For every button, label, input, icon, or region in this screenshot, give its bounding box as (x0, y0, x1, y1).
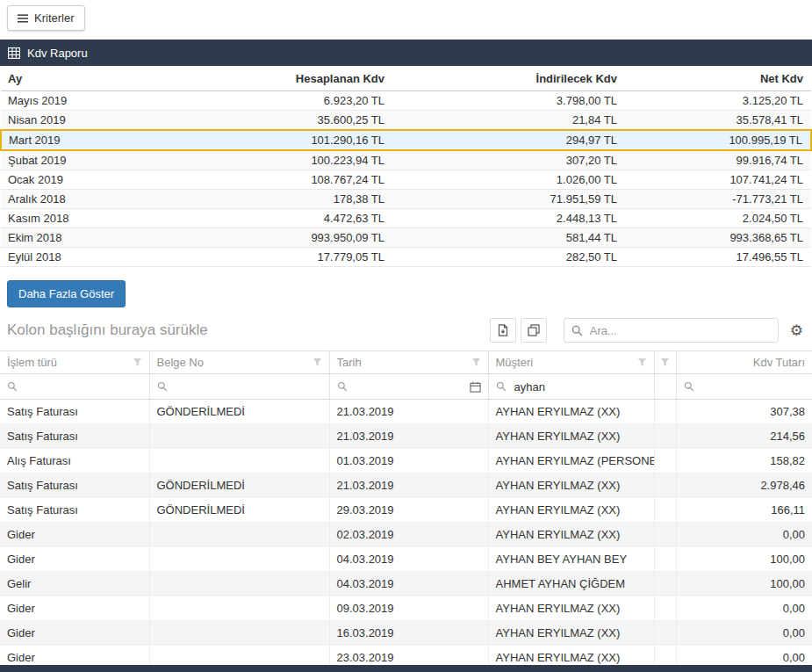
filter-input-kdv-tutari[interactable] (701, 379, 806, 394)
filter-funnel-icon[interactable] (471, 358, 481, 367)
report-cell-hesaplanan: 993.950,09 TL (203, 228, 392, 248)
report-cell-ay: Kasım 2018 (1, 209, 203, 228)
grid-row[interactable]: Gider 02.03.2019 AYHAN ERYILMAZ (XX) 0,0… (0, 523, 812, 547)
grid-toolbar-right: ⚙ (490, 318, 805, 343)
search-input[interactable] (588, 323, 771, 338)
report-cell-hesaplanan: 6.923,20 TL (203, 91, 392, 111)
filter-funnel-icon[interactable] (660, 358, 670, 367)
grid-row[interactable]: Gider 04.03.2019 AYHAN BEY AYHAN BEY 100… (0, 547, 812, 572)
gear-icon: ⚙ (790, 322, 803, 339)
grid-cell-belge-no (149, 572, 329, 596)
report-row[interactable]: Ocak 2019 108.767,24 TL 1.026,00 TL 107.… (1, 170, 811, 190)
grid-col-musteri[interactable]: Müşteri (488, 351, 654, 374)
grid-cell-tarih: 21.03.2019 (329, 400, 488, 424)
grid-cell-belge-no (149, 621, 329, 646)
calendar-icon[interactable] (470, 381, 481, 393)
report-body: Mayıs 2019 6.923,20 TL 3.798,00 TL 3.125… (1, 91, 811, 267)
report-cell-ay: Mart 2019 (1, 130, 203, 150)
kriterler-button[interactable]: Kriterler (7, 5, 85, 31)
report-col-indirilecek[interactable]: İndirilecek Kdv (392, 66, 625, 91)
report-col-hesaplanan[interactable]: Hesaplanan Kdv (203, 66, 392, 91)
grid-cell-islem-turu: Satış Faturası (0, 473, 149, 498)
group-panel[interactable]: Kolon başlığını buraya sürükle (7, 322, 208, 339)
grid-cell-tarih: 09.03.2019 (329, 596, 488, 621)
report-col-net[interactable]: Net Kdv (625, 66, 811, 91)
search-icon (684, 381, 694, 392)
grid-col-kdv-label: Kdv Tutarı (753, 356, 805, 369)
report-row[interactable]: Eylül 2018 17.779,05 TL 282,50 TL 17.496… (1, 248, 811, 267)
report-cell-indirilecek: 71.951,59 TL (392, 190, 625, 209)
filter-input-belge-no[interactable] (174, 379, 322, 394)
filter-input-islem-turu[interactable] (24, 379, 142, 394)
grid-col-kdv-tutari[interactable]: Kdv Tutarı (676, 351, 812, 374)
grid-col-extra[interactable] (654, 351, 676, 374)
grid-cell-belge-no (149, 547, 329, 572)
grid-cell-kdv-tutari: 100,00 (676, 572, 812, 596)
grid-col-islem-turu[interactable]: İşlem türü (0, 351, 149, 374)
report-row[interactable]: Nisan 2019 35.600,25 TL 21,84 TL 35.578,… (1, 111, 811, 131)
report-header-row: Ay Hesaplanan Kdv İndirilecek Kdv Net Kd… (1, 66, 811, 91)
grid-row[interactable]: Gider 16.03.2019 AYHAN ERYILMAZ (XX) 0,0… (0, 621, 812, 646)
report-row[interactable]: Kasım 2018 4.472,63 TL 2.448,13 TL 2.024… (1, 209, 811, 228)
grid-col-tarih-label: Tarih (337, 356, 362, 369)
grid-row[interactable]: Gelir 04.03.2019 AHMET AYHAN ÇİĞDEM 100,… (0, 572, 812, 596)
grid-row[interactable]: Gider 09.03.2019 AYHAN ERYILMAZ (XX) 0,0… (0, 596, 812, 621)
column-chooser-button[interactable] (521, 318, 547, 343)
show-more-button[interactable]: Daha Fazla Göster (7, 280, 126, 307)
filter-funnel-icon[interactable] (637, 358, 647, 367)
grid-cell-belge-no: GÖNDERİLMEDİ (149, 400, 329, 424)
grid-cell-musteri: AYHAN ERYILMAZ (XX) (488, 424, 654, 449)
report-row[interactable]: Şubat 2019 100.223,94 TL 307,20 TL 99.91… (1, 150, 811, 170)
grid-cell-extra (654, 473, 676, 498)
report-cell-indirilecek: 1.026,00 TL (392, 170, 625, 190)
report-cell-net: -71.773,21 TL (625, 190, 811, 209)
grid-cell-belge-no: GÖNDERİLMEDİ (149, 498, 329, 523)
kriterler-label: Kriterler (34, 11, 75, 25)
grid-cell-tarih: 21.03.2019 (329, 424, 488, 449)
filter-cell-extra (654, 374, 676, 400)
grid-cell-musteri: AYHAN ERYILMAZ (XX) (488, 523, 654, 547)
grid-row[interactable]: Satış Faturası GÖNDERİLMEDİ 21.03.2019 A… (0, 473, 812, 498)
report-cell-indirilecek: 3.798,00 TL (392, 91, 625, 111)
grid-cell-musteri: AYHAN BEY AYHAN BEY (488, 547, 654, 572)
report-row[interactable]: Mayıs 2019 6.923,20 TL 3.798,00 TL 3.125… (1, 91, 811, 111)
kdv-report-table: Ay Hesaplanan Kdv İndirilecek Kdv Net Kd… (0, 66, 812, 267)
report-cell-hesaplanan: 4.472,63 TL (203, 209, 392, 228)
grid-cell-belge-no (149, 424, 329, 449)
report-cell-hesaplanan: 35.600,25 TL (203, 111, 392, 131)
page: Kriterler Kdv Raporu Ay Hesaplanan Kdv İ… (0, 0, 812, 672)
report-col-ay[interactable]: Ay (1, 66, 203, 91)
report-row[interactable]: Mart 2019 101.290,16 TL 294,97 TL 100.99… (1, 130, 811, 150)
grid-row[interactable]: Satış Faturası GÖNDERİLMEDİ 29.03.2019 A… (0, 498, 812, 523)
grid-cell-belge-no (149, 596, 329, 621)
filter-input-musteri[interactable] (513, 379, 647, 394)
gear-button[interactable]: ⚙ (783, 323, 805, 338)
export-button[interactable] (490, 318, 516, 343)
grid-col-musteri-label: Müşteri (496, 356, 534, 369)
report-cell-indirilecek: 2.448,13 TL (392, 209, 625, 228)
grid-row[interactable]: Satış Faturası 21.03.2019 AYHAN ERYILMAZ… (0, 424, 812, 449)
grid-cell-tarih: 16.03.2019 (329, 621, 488, 646)
grid-cell-musteri: AHMET AYHAN ÇİĞDEM (488, 572, 654, 596)
grid-cell-tarih: 01.03.2019 (329, 449, 488, 473)
filter-funnel-icon[interactable] (133, 358, 142, 367)
grid-col-tarih[interactable]: Tarih (329, 351, 488, 374)
top-toolbar: Kriterler (0, 0, 812, 36)
search-icon (496, 381, 507, 392)
grid-row[interactable]: Alış Faturası 01.03.2019 AYHAN ERYILMAZ … (0, 449, 812, 473)
grid-col-belge-no[interactable]: Belge No (149, 351, 329, 374)
report-row[interactable]: Ekim 2018 993.950,09 TL 581,44 TL 993.36… (1, 228, 811, 248)
report-cell-net: 993.368,65 TL (625, 228, 811, 248)
grid-footer-bar (0, 665, 812, 672)
report-cell-net: 17.496,55 TL (625, 248, 811, 267)
search-icon (7, 381, 18, 392)
grid-body: Satış Faturası GÖNDERİLMEDİ 21.03.2019 A… (0, 400, 812, 672)
report-title-bar: Kdv Raporu (0, 40, 812, 66)
report-row[interactable]: Aralık 2018 178,38 TL 71.951,59 TL -71.7… (1, 190, 811, 209)
grid-cell-kdv-tutari: 214,56 (676, 424, 812, 449)
grid-header-row: İşlem türü Belge No Tarih Müşteri (0, 351, 812, 374)
grid-row[interactable]: Satış Faturası GÖNDERİLMEDİ 21.03.2019 A… (0, 400, 812, 424)
grid-cell-islem-turu: Alış Faturası (0, 449, 149, 473)
filter-funnel-icon[interactable] (313, 358, 322, 367)
filter-input-tarih[interactable] (354, 379, 463, 394)
